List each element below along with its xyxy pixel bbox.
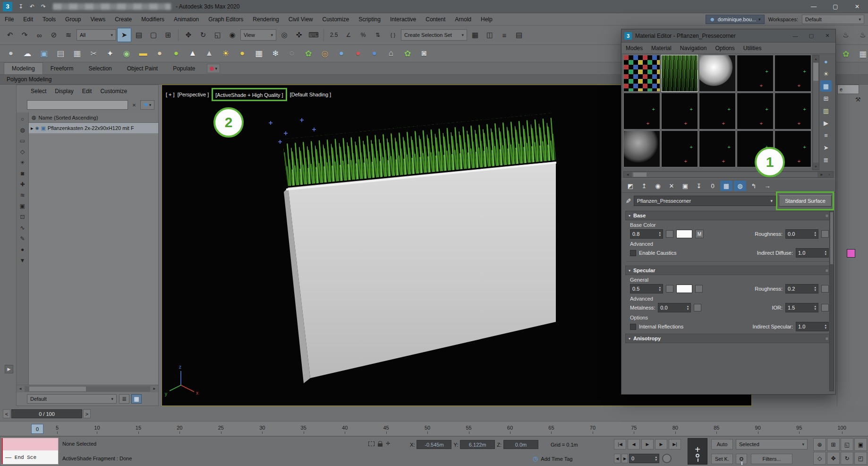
zoom-region-icon[interactable]: ▣: [854, 438, 867, 451]
ribbon-tab[interactable]: Populate: [165, 63, 203, 74]
table-icon[interactable]: ▤: [53, 46, 68, 60]
select-by-material-icon[interactable]: ➤: [820, 142, 832, 153]
maxscript-icon[interactable]: { }: [386, 28, 400, 42]
sphere-green-icon[interactable]: ●: [169, 46, 183, 60]
scroll-thumb[interactable]: [813, 63, 818, 81]
enable-caustics-checkbox[interactable]: [630, 250, 636, 256]
zoom-extents-icon[interactable]: ◱: [841, 438, 853, 451]
parameters-scrollbar[interactable]: [829, 211, 834, 391]
ribbon-config-dropdown[interactable]: ▾: [207, 64, 221, 73]
macro-recorder-pane[interactable]: [1, 438, 58, 450]
material-name-dropdown[interactable]: Pflanzen_Pressecorner ▾: [634, 196, 776, 206]
maximize-button[interactable]: ▢: [803, 29, 819, 43]
scroll-left-icon[interactable]: ◄: [624, 171, 631, 178]
pick-material-eyedropper-icon[interactable]: ✎: [624, 198, 632, 204]
scroll-track[interactable]: [813, 62, 818, 163]
grid-display-icon[interactable]: ▦: [131, 394, 142, 404]
list-header[interactable]: ◍ Name (Sorted Ascending): [29, 112, 158, 123]
spinner-arrows-icon[interactable]: ▴▾: [655, 456, 657, 461]
selection-filter-dropdown[interactable]: All ▾: [77, 29, 116, 41]
menu-item[interactable]: Content: [421, 13, 450, 26]
cone-icon[interactable]: ▲: [202, 46, 216, 60]
go-to-start-icon[interactable]: |◀: [614, 439, 626, 449]
layer-manager-icon[interactable]: ▤: [512, 28, 526, 42]
explorer-geometry-icon[interactable]: ▭: [18, 136, 27, 146]
spinner-arrows-icon[interactable]: ▴▾: [814, 305, 816, 311]
use-pivot-center-icon[interactable]: ◎: [277, 28, 291, 42]
explorer-helpers-icon[interactable]: ✚: [18, 180, 27, 189]
material-sample-slot[interactable]: [699, 55, 736, 92]
put-material-to-scene-icon[interactable]: ↥: [638, 181, 650, 191]
close-button[interactable]: ✕: [846, 0, 868, 13]
explorer-bones-icon[interactable]: ∿: [18, 223, 27, 233]
spinner-arrows-icon[interactable]: ▴▾: [814, 286, 816, 292]
menu-item[interactable]: Group: [60, 13, 85, 26]
sphere-gold-icon[interactable]: ●: [235, 46, 249, 60]
named-selection-sets-icon[interactable]: ▦: [468, 28, 482, 42]
show-end-result-icon[interactable]: ◍: [734, 181, 746, 191]
checker-icon[interactable]: ▦: [252, 46, 266, 60]
utilities-hammer-icon[interactable]: ⚒: [855, 96, 861, 103]
rollout-specular[interactable]: ▾ Specular ≡: [625, 266, 832, 275]
go-forward-sibling-icon[interactable]: →: [761, 181, 774, 191]
object-color-swatch[interactable]: [847, 249, 855, 258]
clear-search-icon[interactable]: ✕: [130, 101, 138, 109]
explorer-select-none-icon[interactable]: ○: [18, 114, 27, 124]
material-options-icon[interactable]: ≡: [820, 129, 832, 141]
next-frame-icon[interactable]: ▶: [655, 439, 667, 449]
viewport-pov-menu[interactable]: [Perspective ]: [178, 92, 209, 97]
current-frame-field[interactable]: 0 ▴▾: [629, 454, 659, 463]
search-filter-button[interactable]: ▾: [140, 100, 154, 110]
spinner-arrows-icon[interactable]: ▴▾: [659, 231, 661, 237]
close-button[interactable]: ✕: [819, 29, 835, 43]
spinner-arrows-icon[interactable]: ▴▾: [687, 305, 689, 311]
scene-object-row[interactable]: ▸ ◉ ▣ Pflanzenkasten 2x-22x90xH120 mit F: [29, 123, 158, 133]
material-sample-slot[interactable]: [699, 93, 736, 129]
ior-map-button[interactable]: [821, 304, 829, 311]
put-to-library-icon[interactable]: ↧: [693, 181, 705, 191]
select-object-icon[interactable]: ➤: [117, 28, 131, 42]
material-sample-slot[interactable]: [737, 55, 774, 92]
explorer-lights-icon[interactable]: ☀: [18, 158, 27, 167]
building-icon[interactable]: ⌂: [384, 46, 398, 60]
bind-to-spacewarp-icon[interactable]: ≋: [61, 28, 76, 42]
scroll-right-icon[interactable]: ►: [151, 386, 158, 392]
select-and-rotate-icon[interactable]: ↻: [196, 28, 210, 42]
z-coordinate-field[interactable]: 0.0m: [503, 440, 538, 449]
specular-weight-map-button[interactable]: [666, 285, 673, 293]
ribbon-tab[interactable]: Object Paint: [119, 63, 165, 74]
show-map-in-viewport-icon[interactable]: ▦: [720, 181, 732, 191]
specular-color-map-button[interactable]: [695, 285, 703, 293]
get-material-icon[interactable]: ◩: [624, 181, 637, 191]
material-sample-slot[interactable]: [774, 55, 811, 92]
explorer-cameras-icon[interactable]: ◙: [18, 169, 27, 178]
marble-icon[interactable]: ●: [367, 46, 382, 60]
menu-item[interactable]: Civil View: [284, 13, 318, 26]
go-to-parent-icon[interactable]: ↰: [748, 181, 760, 191]
ring-icon[interactable]: ◌: [285, 46, 299, 60]
x-coordinate-field[interactable]: -0.545m: [417, 440, 451, 449]
material-navigator-icon[interactable]: ≣: [820, 154, 832, 165]
slots-horizontal-scrollbar[interactable]: ◄ ► ›: [623, 171, 834, 178]
material-editor-titlebar[interactable]: 3 Material Editor - Pflanzen_Pressecorne…: [621, 29, 835, 43]
pyramid-icon[interactable]: ▲: [186, 46, 200, 60]
slots-vertical-scrollbar[interactable]: ▴ ▾: [812, 55, 819, 170]
menu-item[interactable]: Help: [476, 13, 497, 26]
base-color-map-button[interactable]: M: [695, 230, 704, 238]
time-slider-value[interactable]: 0 / 100: [11, 409, 82, 418]
assign-material-to-selection-icon[interactable]: ◉: [652, 181, 664, 191]
minimize-button[interactable]: —: [803, 0, 825, 13]
material-editor-menu-item[interactable]: Material: [647, 45, 676, 52]
material-sample-slot[interactable]: [623, 55, 660, 92]
reset-map-icon[interactable]: ✕: [665, 181, 678, 191]
sphere-tan-icon[interactable]: ●: [153, 46, 167, 60]
key-selection-dropdown[interactable]: Selected ▾: [736, 439, 808, 449]
dot-red-icon[interactable]: ●: [351, 46, 365, 60]
lens-icon[interactable]: ◉: [119, 46, 134, 60]
spinner-arrows-icon[interactable]: ▴▾: [825, 250, 826, 256]
go-to-end-icon[interactable]: ▶|: [669, 439, 681, 449]
material-editor-menu-item[interactable]: Modes: [621, 45, 647, 52]
sun-icon[interactable]: ☀: [219, 46, 233, 60]
key-mode-toggle-icon[interactable]: [662, 454, 672, 463]
pan-icon[interactable]: ✥: [827, 452, 840, 465]
